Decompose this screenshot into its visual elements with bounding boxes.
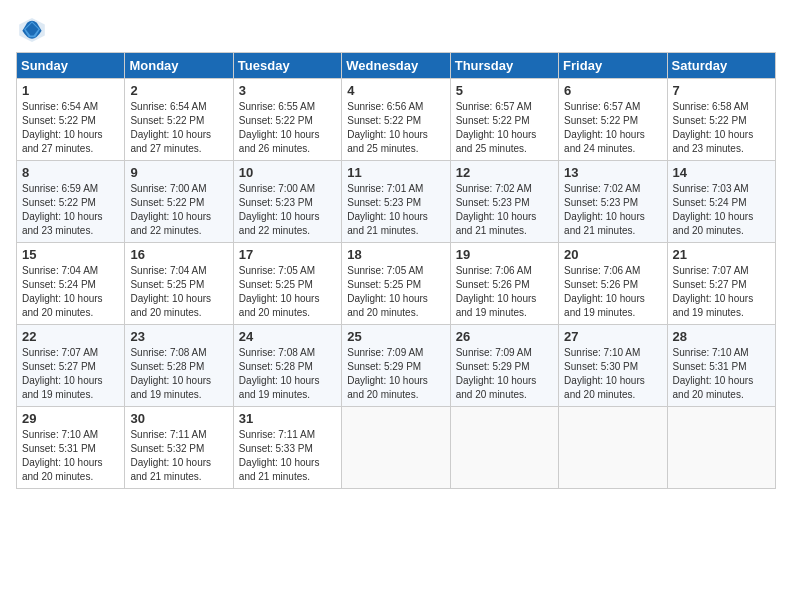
- day-number: 25: [347, 329, 444, 344]
- sunset-label: Sunset: 5:22 PM: [456, 115, 530, 126]
- daylight-label: Daylight: 10 hours and 20 minutes.: [347, 293, 428, 318]
- sunrise-label: Sunrise: 7:00 AM: [239, 183, 315, 194]
- day-info: Sunrise: 7:00 AM Sunset: 5:23 PM Dayligh…: [239, 182, 336, 238]
- sunrise-label: Sunrise: 7:10 AM: [673, 347, 749, 358]
- sunset-label: Sunset: 5:31 PM: [673, 361, 747, 372]
- sunset-label: Sunset: 5:24 PM: [673, 197, 747, 208]
- calendar-day-cell: 26 Sunrise: 7:09 AM Sunset: 5:29 PM Dayl…: [450, 325, 558, 407]
- sunrise-label: Sunrise: 7:00 AM: [130, 183, 206, 194]
- day-number: 13: [564, 165, 661, 180]
- day-number: 27: [564, 329, 661, 344]
- calendar-day-cell: [450, 407, 558, 489]
- daylight-label: Daylight: 10 hours and 20 minutes.: [22, 457, 103, 482]
- sunrise-label: Sunrise: 6:54 AM: [130, 101, 206, 112]
- daylight-label: Daylight: 10 hours and 19 minutes.: [130, 375, 211, 400]
- sunrise-label: Sunrise: 7:07 AM: [22, 347, 98, 358]
- day-number: 29: [22, 411, 119, 426]
- calendar-day-cell: 14 Sunrise: 7:03 AM Sunset: 5:24 PM Dayl…: [667, 161, 775, 243]
- day-number: 12: [456, 165, 553, 180]
- day-info: Sunrise: 7:08 AM Sunset: 5:28 PM Dayligh…: [239, 346, 336, 402]
- calendar-week-row: 29 Sunrise: 7:10 AM Sunset: 5:31 PM Dayl…: [17, 407, 776, 489]
- daylight-label: Daylight: 10 hours and 26 minutes.: [239, 129, 320, 154]
- sunset-label: Sunset: 5:22 PM: [673, 115, 747, 126]
- day-info: Sunrise: 7:06 AM Sunset: 5:26 PM Dayligh…: [564, 264, 661, 320]
- daylight-label: Daylight: 10 hours and 22 minutes.: [130, 211, 211, 236]
- calendar-day-cell: 16 Sunrise: 7:04 AM Sunset: 5:25 PM Dayl…: [125, 243, 233, 325]
- calendar-day-cell: 30 Sunrise: 7:11 AM Sunset: 5:32 PM Dayl…: [125, 407, 233, 489]
- day-number: 26: [456, 329, 553, 344]
- sunrise-label: Sunrise: 6:54 AM: [22, 101, 98, 112]
- calendar-week-row: 8 Sunrise: 6:59 AM Sunset: 5:22 PM Dayli…: [17, 161, 776, 243]
- sunset-label: Sunset: 5:29 PM: [456, 361, 530, 372]
- sunset-label: Sunset: 5:32 PM: [130, 443, 204, 454]
- day-number: 3: [239, 83, 336, 98]
- calendar-day-cell: 10 Sunrise: 7:00 AM Sunset: 5:23 PM Dayl…: [233, 161, 341, 243]
- day-number: 1: [22, 83, 119, 98]
- sunrise-label: Sunrise: 7:10 AM: [564, 347, 640, 358]
- calendar-day-cell: 13 Sunrise: 7:02 AM Sunset: 5:23 PM Dayl…: [559, 161, 667, 243]
- daylight-label: Daylight: 10 hours and 19 minutes.: [239, 375, 320, 400]
- sunset-label: Sunset: 5:22 PM: [130, 115, 204, 126]
- sunrise-label: Sunrise: 7:06 AM: [564, 265, 640, 276]
- day-of-week-header: Saturday: [667, 53, 775, 79]
- daylight-label: Daylight: 10 hours and 21 minutes.: [239, 457, 320, 482]
- sunrise-label: Sunrise: 7:09 AM: [347, 347, 423, 358]
- sunrise-label: Sunrise: 6:57 AM: [564, 101, 640, 112]
- day-number: 4: [347, 83, 444, 98]
- calendar-day-cell: 31 Sunrise: 7:11 AM Sunset: 5:33 PM Dayl…: [233, 407, 341, 489]
- calendar-day-cell: 27 Sunrise: 7:10 AM Sunset: 5:30 PM Dayl…: [559, 325, 667, 407]
- day-info: Sunrise: 6:54 AM Sunset: 5:22 PM Dayligh…: [22, 100, 119, 156]
- day-info: Sunrise: 7:09 AM Sunset: 5:29 PM Dayligh…: [347, 346, 444, 402]
- day-number: 14: [673, 165, 770, 180]
- day-info: Sunrise: 7:11 AM Sunset: 5:32 PM Dayligh…: [130, 428, 227, 484]
- day-of-week-header: Monday: [125, 53, 233, 79]
- day-info: Sunrise: 7:10 AM Sunset: 5:31 PM Dayligh…: [673, 346, 770, 402]
- daylight-label: Daylight: 10 hours and 20 minutes.: [673, 375, 754, 400]
- daylight-label: Daylight: 10 hours and 20 minutes.: [239, 293, 320, 318]
- sunrise-label: Sunrise: 7:01 AM: [347, 183, 423, 194]
- calendar-day-cell: 18 Sunrise: 7:05 AM Sunset: 5:25 PM Dayl…: [342, 243, 450, 325]
- day-number: 8: [22, 165, 119, 180]
- sunset-label: Sunset: 5:27 PM: [673, 279, 747, 290]
- sunrise-label: Sunrise: 6:55 AM: [239, 101, 315, 112]
- sunset-label: Sunset: 5:27 PM: [22, 361, 96, 372]
- calendar-day-cell: 23 Sunrise: 7:08 AM Sunset: 5:28 PM Dayl…: [125, 325, 233, 407]
- day-of-week-header: Friday: [559, 53, 667, 79]
- day-info: Sunrise: 7:04 AM Sunset: 5:24 PM Dayligh…: [22, 264, 119, 320]
- sunset-label: Sunset: 5:22 PM: [564, 115, 638, 126]
- calendar-day-cell: 29 Sunrise: 7:10 AM Sunset: 5:31 PM Dayl…: [17, 407, 125, 489]
- day-info: Sunrise: 7:07 AM Sunset: 5:27 PM Dayligh…: [22, 346, 119, 402]
- sunset-label: Sunset: 5:23 PM: [239, 197, 313, 208]
- sunset-label: Sunset: 5:26 PM: [456, 279, 530, 290]
- calendar-day-cell: [667, 407, 775, 489]
- sunset-label: Sunset: 5:23 PM: [347, 197, 421, 208]
- sunrise-label: Sunrise: 7:04 AM: [22, 265, 98, 276]
- daylight-label: Daylight: 10 hours and 19 minutes.: [564, 293, 645, 318]
- daylight-label: Daylight: 10 hours and 25 minutes.: [456, 129, 537, 154]
- day-number: 23: [130, 329, 227, 344]
- day-number: 17: [239, 247, 336, 262]
- day-number: 7: [673, 83, 770, 98]
- day-info: Sunrise: 7:02 AM Sunset: 5:23 PM Dayligh…: [564, 182, 661, 238]
- calendar-header-row: SundayMondayTuesdayWednesdayThursdayFrid…: [17, 53, 776, 79]
- day-of-week-header: Wednesday: [342, 53, 450, 79]
- page-header: [16, 16, 776, 44]
- calendar-day-cell: 17 Sunrise: 7:05 AM Sunset: 5:25 PM Dayl…: [233, 243, 341, 325]
- calendar-day-cell: 19 Sunrise: 7:06 AM Sunset: 5:26 PM Dayl…: [450, 243, 558, 325]
- day-number: 19: [456, 247, 553, 262]
- daylight-label: Daylight: 10 hours and 20 minutes.: [347, 375, 428, 400]
- sunset-label: Sunset: 5:33 PM: [239, 443, 313, 454]
- calendar-day-cell: 7 Sunrise: 6:58 AM Sunset: 5:22 PM Dayli…: [667, 79, 775, 161]
- calendar-week-row: 22 Sunrise: 7:07 AM Sunset: 5:27 PM Dayl…: [17, 325, 776, 407]
- sunset-label: Sunset: 5:23 PM: [564, 197, 638, 208]
- day-number: 5: [456, 83, 553, 98]
- day-number: 2: [130, 83, 227, 98]
- sunrise-label: Sunrise: 7:05 AM: [347, 265, 423, 276]
- day-info: Sunrise: 7:10 AM Sunset: 5:31 PM Dayligh…: [22, 428, 119, 484]
- daylight-label: Daylight: 10 hours and 23 minutes.: [22, 211, 103, 236]
- day-number: 9: [130, 165, 227, 180]
- day-number: 28: [673, 329, 770, 344]
- sunrise-label: Sunrise: 6:58 AM: [673, 101, 749, 112]
- day-number: 31: [239, 411, 336, 426]
- day-info: Sunrise: 7:02 AM Sunset: 5:23 PM Dayligh…: [456, 182, 553, 238]
